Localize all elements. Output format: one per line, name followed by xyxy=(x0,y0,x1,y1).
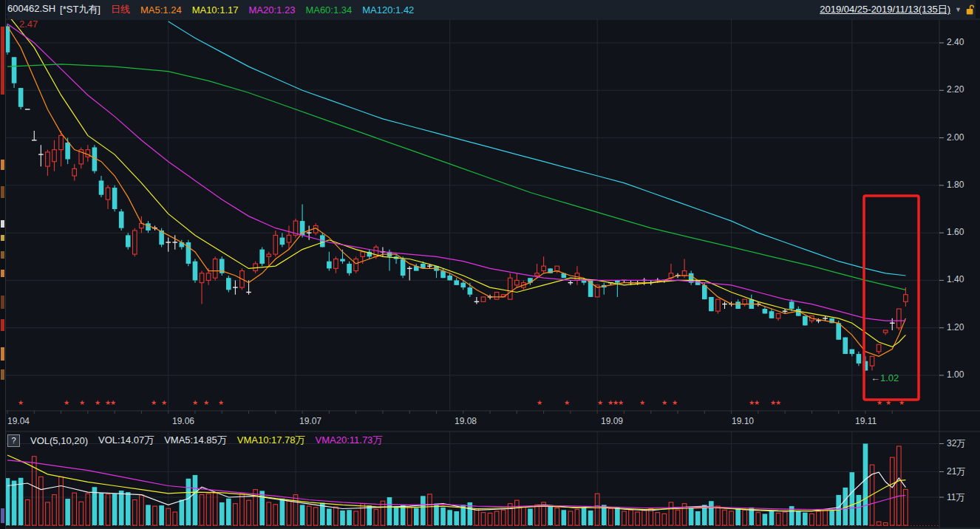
time-axis-label: 19.06 xyxy=(172,416,194,426)
edge-panel-fragment xyxy=(1,347,4,361)
edge-panel-fragment xyxy=(1,235,4,241)
event-star-marker: ★ xyxy=(639,399,645,406)
edge-panel-fragment xyxy=(1,251,4,259)
price-axis-label: 1.40 xyxy=(947,274,964,284)
event-star-marker: ★ xyxy=(564,399,570,406)
event-star-marker: ★ xyxy=(161,399,167,406)
chart-header: 600462.SH [*ST九有] 日线 MA5:1.24MA10:1.17MA… xyxy=(7,0,976,19)
date-range-selector[interactable]: 2019/04/25-2019/11/13(135日) xyxy=(820,3,950,16)
price-axis-label: 1.60 xyxy=(947,227,964,237)
event-star-marker: ★ xyxy=(95,399,101,406)
event-star-marker: ★ xyxy=(537,399,542,406)
event-star-marker: ★ xyxy=(110,399,116,406)
event-star-marker: ★ xyxy=(754,399,760,406)
edge-panel-fragment xyxy=(1,296,4,309)
time-axis-label: 19.10 xyxy=(732,416,754,426)
price-axis-label: 1.80 xyxy=(947,180,964,190)
period-low-value: 1.02 xyxy=(880,372,899,383)
volume-axis-label: 11万 xyxy=(947,491,964,504)
period-label: 日线 xyxy=(111,3,130,16)
ma-label: MA20:1.23 xyxy=(249,4,296,16)
volume-axis-label: 32万 xyxy=(947,437,965,450)
vma5-label: VMA5:14.85万 xyxy=(164,434,227,447)
period-high-annotation: 2.47 xyxy=(19,18,38,30)
ma-label: MA5:1.24 xyxy=(140,4,182,16)
edge-panel-fragment xyxy=(1,270,4,277)
event-star-marker: ★ xyxy=(18,399,24,406)
edge-panel-fragment xyxy=(1,220,4,228)
price-axis-label: 2.20 xyxy=(947,84,964,95)
time-axis-label: 19.09 xyxy=(601,416,623,426)
period-low-annotation: ←1.02 xyxy=(871,372,899,383)
stock-name: [*ST九有] xyxy=(60,3,101,16)
edge-panel-fragment xyxy=(1,186,4,198)
edge-panel-fragment xyxy=(1,27,4,95)
vma10-label: VMA10:17.78万 xyxy=(237,434,305,447)
time-axis-label: 19.04 xyxy=(7,416,30,426)
volume-indicator-label: VOL(5,10,20) xyxy=(30,435,88,446)
kline-chart-canvas[interactable]: ★★★★★★★★★★★★★★★★★★★★★★★★★★★ xyxy=(0,0,980,529)
price-axis-label: 2.40 xyxy=(947,37,964,47)
time-axis-label: 19.08 xyxy=(455,416,477,426)
ma-label: MA10:1.17 xyxy=(192,4,239,16)
event-star-marker: ★ xyxy=(203,399,209,406)
ma-label: MA60:1.34 xyxy=(305,4,352,16)
left-edge-panel-sliver xyxy=(0,0,6,529)
price-axis-label: 2.00 xyxy=(947,132,964,143)
event-star-marker: ★ xyxy=(79,399,85,406)
event-star-marker: ★ xyxy=(151,399,157,406)
edge-panel-fragment xyxy=(1,160,4,170)
event-star-marker: ★ xyxy=(672,399,678,406)
price-axis-label: 1.00 xyxy=(947,369,964,380)
time-axis-label: 19.07 xyxy=(299,416,321,426)
event-star-marker: ★ xyxy=(218,399,224,406)
edge-panel-fragment xyxy=(1,369,4,380)
stock-symbol: 600462.SH xyxy=(7,3,55,16)
unlock-icon[interactable] xyxy=(966,4,976,16)
edge-panel-fragment xyxy=(1,319,4,331)
ma-value-labels: MA5:1.24MA10:1.17MA20:1.23MA60:1.34MA120… xyxy=(140,4,424,16)
time-axis-label: 19.11 xyxy=(855,416,877,426)
help-icon[interactable]: ? xyxy=(7,434,20,447)
event-star-marker: ★ xyxy=(192,399,198,406)
volume-header: ? VOL(5,10,20) VOL:14.07万 VMA5:14.85万 VM… xyxy=(7,434,382,447)
chevron-down-icon[interactable]: ▼ xyxy=(955,6,962,13)
volume-current-label: VOL:14.07万 xyxy=(98,434,154,447)
ma-label: MA120:1.42 xyxy=(362,4,414,16)
event-star-marker: ★ xyxy=(597,399,603,406)
event-star-marker: ★ xyxy=(618,399,624,406)
stock-chart-window: ★★★★★★★★★★★★★★★★★★★★★★★★★★★ 600462.SH [*… xyxy=(0,0,980,529)
event-star-marker: ★ xyxy=(64,399,69,406)
vma20-label: VMA20:11.73万 xyxy=(316,434,383,447)
indicator-readout: 600462.SH [*ST九有] 日线 MA5:1.24MA10:1.17MA… xyxy=(7,3,424,16)
edge-panel-fragment xyxy=(1,508,4,523)
event-star-marker: ★ xyxy=(661,399,667,406)
event-star-marker: ★ xyxy=(775,399,781,406)
price-axis-label: 1.20 xyxy=(947,322,964,332)
left-arrow-icon: ← xyxy=(871,372,880,383)
volume-axis-label: 21万 xyxy=(947,465,965,478)
